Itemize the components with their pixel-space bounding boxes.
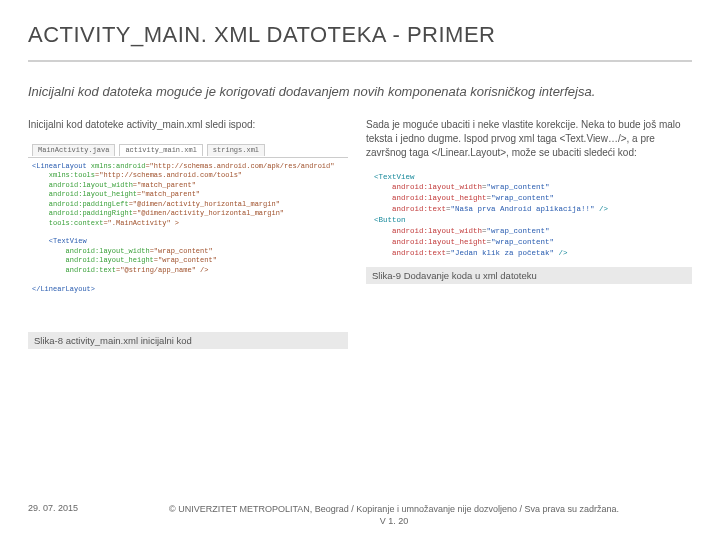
tab-xml-main[interactable]: activity_main.xml bbox=[119, 144, 202, 156]
tab-java[interactable]: MainActivity.java bbox=[32, 144, 115, 156]
editor-tabs: MainActivity.java activity_main.xml stri… bbox=[28, 142, 348, 158]
footer-copyright: © UNIVERZITET METROPOLITAN, Beograd / Ko… bbox=[96, 503, 692, 528]
code-body-left: <LinearLayout xmlns:android="http://sche… bbox=[28, 158, 348, 296]
code-snippet-right: <TextView android:layout_width="wrap_con… bbox=[366, 166, 692, 263]
slide-title: ACTIVITY_MAIN. XML DATOTEKA - PRIMER bbox=[28, 22, 692, 56]
footer: 29. 07. 2015 © UNIVERZITET METROPOLITAN,… bbox=[28, 503, 692, 528]
code-editor-left: MainActivity.java activity_main.xml stri… bbox=[28, 138, 348, 297]
left-caption: Slika-8 activity_main.xml inicijalni kod bbox=[28, 332, 348, 349]
right-caption: Slika-9 Dodavanje koda u xml datoteku bbox=[366, 267, 692, 284]
footer-date: 29. 07. 2015 bbox=[28, 503, 78, 513]
intro-text: Inicijalni kod datoteka moguće je korigo… bbox=[28, 82, 692, 102]
right-column: Sada je moguće ubaciti i neke vlastite k… bbox=[366, 118, 692, 350]
title-divider bbox=[28, 60, 692, 62]
tab-strings[interactable]: strings.xml bbox=[207, 144, 265, 156]
right-paragraph: Sada je moguće ubaciti i neke vlastite k… bbox=[366, 118, 692, 160]
left-paragraph: Inicijalni kod datoteke activity_main.xm… bbox=[28, 118, 348, 132]
columns: Inicijalni kod datoteke activity_main.xm… bbox=[28, 118, 692, 350]
left-column: Inicijalni kod datoteke activity_main.xm… bbox=[28, 118, 348, 350]
